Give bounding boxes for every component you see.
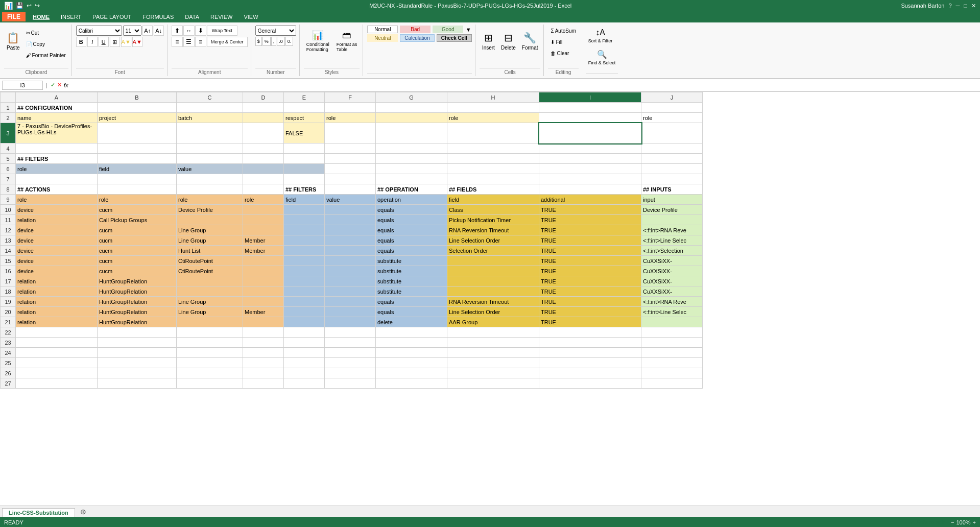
cell-13-C[interactable]: Line Group	[177, 235, 243, 246]
cell-23-F[interactable]	[325, 338, 376, 348]
cell-10-D[interactable]	[243, 205, 284, 215]
row-header-26[interactable]: 26	[1, 368, 16, 378]
cell-13-J[interactable]: <:f:int>Line Selec	[641, 235, 703, 246]
cell-24-F[interactable]	[325, 348, 376, 358]
cell-26-E[interactable]	[284, 368, 325, 378]
cell-20-C[interactable]: Line Group	[177, 307, 243, 317]
cell-2-D[interactable]	[243, 113, 284, 123]
cell-14-G[interactable]: equals	[376, 246, 447, 256]
cell-11-H[interactable]: Pickup Notification Timer	[447, 215, 539, 225]
bold-btn[interactable]: B	[76, 37, 86, 47]
cell-7-B[interactable]	[98, 174, 177, 184]
cell-14-H[interactable]: Selection Order	[447, 246, 539, 256]
zoom-out-btn[interactable]: −	[951, 519, 954, 525]
cell-7-C[interactable]	[177, 174, 243, 184]
cell-23-B[interactable]	[98, 338, 177, 348]
cell-17-A[interactable]: relation	[16, 276, 98, 286]
cell-12-I[interactable]: TRUE	[539, 225, 641, 235]
cell-13-I[interactable]: TRUE	[539, 235, 641, 246]
col-header-A[interactable]: A	[16, 92, 98, 103]
quick-save-icon[interactable]: 💾	[16, 2, 23, 9]
cell-2-G[interactable]	[376, 113, 447, 123]
calculation-style[interactable]: Calculation	[400, 34, 434, 42]
cell-23-I[interactable]	[539, 338, 641, 348]
cell-11-E[interactable]	[284, 215, 325, 225]
cell-20-G[interactable]: equals	[376, 307, 447, 317]
cell-5-A[interactable]: ## FILTERS	[16, 154, 98, 164]
cell-20-J[interactable]: <:f:int>Line Selec	[641, 307, 703, 317]
cell-10-E[interactable]	[284, 205, 325, 215]
cell-22-C[interactable]	[177, 327, 243, 338]
cell-16-G[interactable]: substitute	[376, 266, 447, 276]
cell-21-F[interactable]	[325, 317, 376, 327]
cell-23-H[interactable]	[447, 338, 539, 348]
increase-decimal-btn[interactable]: .0	[277, 37, 285, 46]
align-left-btn[interactable]: ≡	[172, 37, 183, 47]
cell-1-A[interactable]: ## CONFIGURATION	[16, 103, 98, 113]
cell-6-J[interactable]	[641, 164, 703, 174]
align-center-btn[interactable]: ☰	[183, 37, 195, 47]
col-header-J[interactable]: J	[641, 92, 703, 103]
cell-9-H[interactable]: field	[447, 195, 539, 205]
cell-8-A[interactable]: ## ACTIONS	[16, 184, 98, 195]
align-middle-btn[interactable]: ↔	[183, 26, 195, 36]
cell-12-E[interactable]	[284, 225, 325, 235]
cell-13-A[interactable]: device	[16, 235, 98, 246]
col-header-C[interactable]: C	[177, 92, 243, 103]
cell-10-G[interactable]: equals	[376, 205, 447, 215]
cell-19-H[interactable]: RNA Reversion Timeout	[447, 297, 539, 307]
cell-16-A[interactable]: device	[16, 266, 98, 276]
cell-22-E[interactable]	[284, 327, 325, 338]
row-header-18[interactable]: 18	[1, 286, 16, 297]
insert-tab[interactable]: INSERT	[57, 13, 85, 21]
zoom-controls[interactable]: − 100% +	[951, 519, 976, 525]
cell-21-A[interactable]: relation	[16, 317, 98, 327]
cell-20-D[interactable]: Member	[243, 307, 284, 317]
cell-23-J[interactable]	[641, 338, 703, 348]
cell-10-B[interactable]: cucm	[98, 205, 177, 215]
page-layout-tab[interactable]: PAGE LAYOUT	[88, 13, 135, 21]
cell-1-J[interactable]	[641, 103, 703, 113]
cell-7-G[interactable]	[376, 174, 447, 184]
decrease-font-btn[interactable]: A↓	[154, 26, 164, 36]
cell-1-D[interactable]	[243, 103, 284, 113]
cell-14-J[interactable]: <:f:int>Selection	[641, 246, 703, 256]
cell-19-C[interactable]: Line Group	[177, 297, 243, 307]
cell-11-A[interactable]: relation	[16, 215, 98, 225]
add-sheet-btn[interactable]: ⊕	[76, 507, 90, 517]
cell-4-I[interactable]	[539, 143, 641, 154]
review-tab[interactable]: REVIEW	[206, 13, 236, 21]
cell-8-F[interactable]	[325, 184, 376, 195]
cell-21-C[interactable]	[177, 317, 243, 327]
cell-27-A[interactable]	[16, 378, 98, 389]
cell-14-B[interactable]: cucm	[98, 246, 177, 256]
cell-9-J[interactable]: input	[641, 195, 703, 205]
cell-7-H[interactable]	[447, 174, 539, 184]
cell-25-J[interactable]	[641, 358, 703, 368]
cell-9-D[interactable]: role	[243, 195, 284, 205]
formulas-tab[interactable]: FORMULAS	[138, 13, 178, 21]
row-header-10[interactable]: 10	[1, 205, 16, 215]
cell-17-F[interactable]	[325, 276, 376, 286]
cell-12-D[interactable]	[243, 225, 284, 235]
cell-11-B[interactable]: Call Pickup Groups	[98, 215, 177, 225]
row-header-17[interactable]: 17	[1, 276, 16, 286]
format-as-table-btn[interactable]: 🗃 Format asTable	[334, 26, 360, 56]
cell-6-E[interactable]	[284, 164, 325, 174]
cell-5-B[interactable]	[98, 154, 177, 164]
cell-2-C[interactable]: batch	[177, 113, 243, 123]
cell-24-D[interactable]	[243, 348, 284, 358]
cell-23-G[interactable]	[376, 338, 447, 348]
cell-4-J[interactable]	[641, 143, 703, 154]
col-header-E[interactable]: E	[284, 92, 325, 103]
cell-16-D[interactable]	[243, 266, 284, 276]
cell-25-B[interactable]	[98, 358, 177, 368]
cell-19-I[interactable]: TRUE	[539, 297, 641, 307]
cell-22-B[interactable]	[98, 327, 177, 338]
merge-center-btn[interactable]: Merge & Center	[207, 37, 248, 47]
cell-3-H[interactable]	[447, 123, 539, 143]
cell-5-C[interactable]	[177, 154, 243, 164]
cell-8-I[interactable]	[539, 184, 641, 195]
cell-10-H[interactable]: Class	[447, 205, 539, 215]
cell-15-J[interactable]: CuXXSiXX-	[641, 256, 703, 266]
